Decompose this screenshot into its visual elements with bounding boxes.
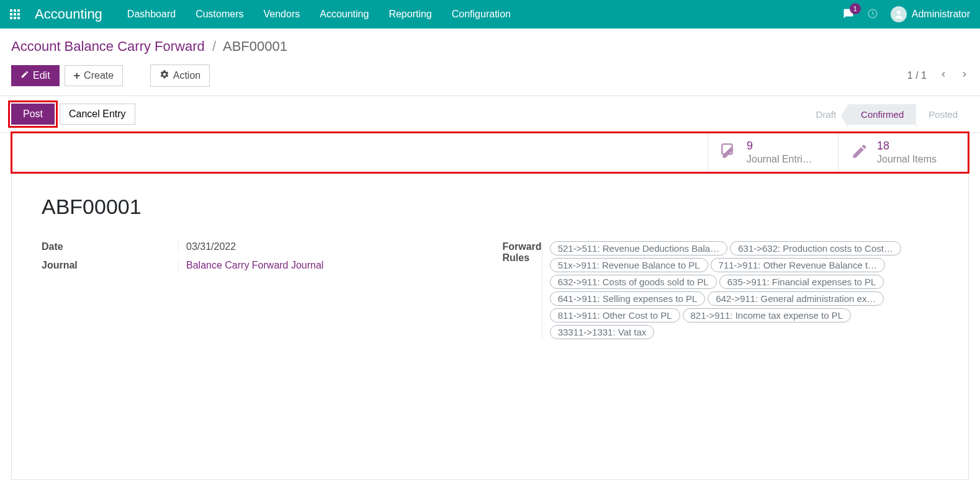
- svg-rect-3: [10, 13, 12, 16]
- rule-tag[interactable]: 51x->911: Revenue Balance to PL: [550, 258, 708, 272]
- nav-dashboard[interactable]: Dashboard: [127, 9, 176, 20]
- stat-journal-entries[interactable]: 9 Journal Entri…: [708, 133, 838, 172]
- topbar: Accounting Dashboard Customers Vendors A…: [0, 0, 980, 29]
- stat-entries-count: 9: [747, 139, 812, 153]
- label-date: Date: [42, 241, 178, 252]
- status-bar: Post Cancel Entry Draft Confirmed Posted: [0, 96, 980, 133]
- create-button[interactable]: + Create: [65, 65, 124, 86]
- action-button[interactable]: Action: [150, 64, 210, 87]
- stat-bar: 9 Journal Entri… 18 Journal Items: [12, 133, 968, 172]
- post-button[interactable]: Post: [11, 104, 55, 125]
- breadcrumb-parent[interactable]: Account Balance Carry Forward: [11, 38, 205, 54]
- messages-icon[interactable]: 1: [842, 8, 855, 21]
- nav-accounting[interactable]: Accounting: [320, 9, 369, 20]
- gear-icon: [160, 69, 169, 82]
- value-date: 03/31/2022: [178, 241, 478, 252]
- rule-tag[interactable]: 711->911: Other Revenue Balance t…: [711, 258, 886, 272]
- action-label: Action: [173, 70, 200, 81]
- svg-rect-7: [14, 17, 16, 19]
- rule-tag[interactable]: 632->911: Costs of goods sold to PL: [550, 275, 717, 289]
- svg-rect-1: [14, 9, 16, 12]
- rule-tag[interactable]: 821->911: Income tax expense to PL: [683, 308, 852, 322]
- svg-rect-5: [17, 13, 20, 16]
- status-steps: Draft Confirmed Posted: [804, 104, 970, 125]
- record-title: ABF00001: [12, 172, 968, 238]
- rule-tag[interactable]: 635->911: Financial expenses to PL: [719, 275, 884, 289]
- stat-items-count: 18: [877, 139, 937, 153]
- svg-rect-6: [10, 17, 12, 19]
- svg-rect-0: [10, 9, 12, 12]
- form-sheet: 9 Journal Entri… 18 Journal Items ABF000…: [11, 133, 969, 480]
- form-col-left: Date 03/31/2022 Journal Balance Carry Fo…: [42, 238, 478, 343]
- journal-items-icon: [851, 143, 868, 162]
- edit-label: Edit: [33, 70, 50, 81]
- cancel-entry-button[interactable]: Cancel Entry: [60, 104, 135, 125]
- pager-prev[interactable]: [939, 70, 948, 81]
- nav-vendors[interactable]: Vendors: [264, 9, 300, 20]
- rule-tag[interactable]: 641->911: Selling expenses to PL: [550, 291, 706, 306]
- status-confirmed[interactable]: Confirmed: [848, 104, 916, 125]
- rule-tag[interactable]: 642->911: General administration ex…: [708, 291, 884, 306]
- apps-icon[interactable]: [10, 9, 20, 19]
- nav-customers[interactable]: Customers: [196, 9, 243, 20]
- topbar-right: 1 Administrator: [842, 6, 970, 22]
- control-panel: Account Balance Carry Forward / ABF00001…: [0, 29, 980, 95]
- stat-journal-items[interactable]: 18 Journal Items: [838, 133, 968, 172]
- breadcrumb-current: ABF00001: [223, 38, 287, 54]
- messages-badge: 1: [850, 3, 861, 14]
- form-col-right: Forward Rules 521->511: Revenue Deductio…: [503, 238, 939, 343]
- svg-rect-4: [14, 13, 16, 16]
- rule-tag[interactable]: 631->632: Production costs to Cost…: [730, 241, 901, 255]
- label-journal: Journal: [42, 260, 178, 271]
- nav-links: Dashboard Customers Vendors Accounting R…: [127, 9, 511, 20]
- forward-rules-tags: 521->511: Revenue Deductions Bala… 631->…: [542, 241, 938, 339]
- svg-point-10: [897, 11, 901, 14]
- avatar-icon: [891, 6, 907, 22]
- nav-reporting[interactable]: Reporting: [389, 9, 431, 20]
- journal-entries-icon: [721, 143, 738, 162]
- user-menu[interactable]: Administrator: [891, 6, 970, 22]
- rule-tag[interactable]: 521->511: Revenue Deductions Bala…: [550, 241, 728, 255]
- activity-icon[interactable]: [867, 8, 878, 21]
- create-label: Create: [84, 70, 114, 81]
- status-posted[interactable]: Posted: [916, 104, 970, 125]
- form-grid: Date 03/31/2022 Journal Balance Carry Fo…: [12, 238, 968, 343]
- pager-next[interactable]: [960, 70, 969, 81]
- pencil-icon: [20, 70, 29, 81]
- user-name: Administrator: [912, 9, 970, 20]
- rule-tag[interactable]: 33311->1331: Vat tax: [550, 325, 655, 339]
- breadcrumb-sep: /: [212, 38, 216, 54]
- svg-rect-2: [17, 9, 20, 12]
- pager: 1 / 1: [907, 70, 969, 81]
- value-journal[interactable]: Balance Carry Forward Journal: [178, 260, 478, 271]
- nav-configuration[interactable]: Configuration: [452, 9, 511, 20]
- app-name[interactable]: Accounting: [35, 6, 102, 22]
- stat-items-label: Journal Items: [877, 153, 937, 166]
- pager-text: 1 / 1: [907, 70, 927, 81]
- stat-entries-label: Journal Entri…: [747, 153, 812, 166]
- breadcrumb: Account Balance Carry Forward / ABF00001: [11, 38, 969, 55]
- edit-button[interactable]: Edit: [11, 65, 60, 86]
- rule-tag[interactable]: 811->911: Other Cost to PL: [550, 308, 680, 322]
- label-forward-rules: Forward Rules: [503, 241, 542, 339]
- plus-icon: +: [74, 71, 81, 80]
- svg-rect-8: [17, 17, 20, 19]
